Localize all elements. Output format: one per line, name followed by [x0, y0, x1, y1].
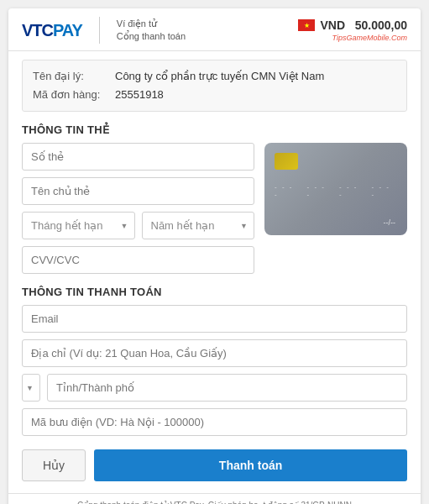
cvv-input[interactable]: [22, 246, 254, 274]
country-select-wrap: Vietnam VN Khác: [22, 374, 40, 402]
order-label: Mã đơn hàng:: [33, 86, 108, 104]
currency-amount: VND 50.000,00: [320, 18, 407, 32]
card-number-input[interactable]: [22, 143, 254, 171]
logo-vtc-text: VTCPAY: [22, 21, 82, 40]
agent-label: Tên đại lý:: [33, 67, 108, 86]
address-input[interactable]: [22, 339, 407, 367]
card-name-input[interactable]: [22, 177, 254, 205]
agent-row: Tên đại lý: Công ty cổ phần trực tuyến C…: [33, 67, 396, 86]
order-row: Mã đơn hàng: 25551918: [33, 86, 396, 104]
country-select[interactable]: Vietnam VN Khác: [22, 374, 40, 402]
order-info: Tên đại lý: Công ty cổ phần trực tuyến C…: [22, 60, 407, 112]
payment-section-title: THÔNG TIN THANH TOÁN: [22, 286, 407, 298]
payment-section: Vietnam VN Khác: [8, 305, 421, 436]
card-expiry-display: --/--: [384, 218, 396, 227]
expiry-row: Tháng hết hạn 01 02 03 04 05 06 07 08 09…: [22, 212, 254, 239]
month-select-wrap: Tháng hết hạn 01 02 03 04 05 06 07 08 09…: [22, 212, 135, 239]
logo-area: VTCPAY Ví điện tử Cổng thanh toán: [22, 17, 186, 44]
logo-divider: [99, 17, 100, 44]
logo-pay-text: PAY: [53, 21, 82, 39]
cancel-button[interactable]: Hủy: [22, 449, 86, 481]
watermark-text: TipsGameMobile.Com: [332, 34, 407, 42]
card-area: Tháng hết hạn 01 02 03 04 05 06 07 08 09…: [8, 143, 421, 274]
footer-text: Cổng thanh toán điện tử VTC Pay. Giấy ph…: [77, 501, 352, 504]
month-select[interactable]: Tháng hết hạn 01 02 03 04 05 06 07 08 09…: [22, 212, 135, 239]
card-form: Tháng hết hạn 01 02 03 04 05 06 07 08 09…: [22, 143, 254, 274]
header: VTCPAY Ví điện tử Cổng thanh toán VND 50…: [8, 8, 421, 51]
city-input[interactable]: [47, 374, 407, 402]
card-number-display: - - - - - - - - - - - - - - - -: [275, 183, 397, 198]
year-select[interactable]: Năm hết hạn 2024 2025 2026 2027 2028 202…: [142, 212, 255, 239]
vietnam-flag-icon: [298, 19, 315, 31]
header-right: VND 50.000,00 TipsGameMobile.Com: [298, 18, 407, 42]
pay-button[interactable]: Thanh toán: [94, 449, 407, 481]
country-city-row: Vietnam VN Khác: [22, 374, 407, 402]
email-input[interactable]: [22, 305, 407, 333]
order-value: 25551918: [115, 86, 164, 104]
year-select-wrap: Năm hết hạn 2024 2025 2026 2027 2028 202…: [142, 212, 255, 239]
card-visual: - - - - - - - - - - - - - - - - --/--: [264, 143, 407, 235]
button-row: Hủy Thanh toán: [8, 436, 421, 493]
card-chip-icon: [275, 153, 298, 170]
footer: Cổng thanh toán điện tử VTC Pay. Giấy ph…: [8, 493, 421, 504]
main-card: VTCPAY Ví điện tử Cổng thanh toán VND 50…: [8, 8, 421, 504]
amount-display: VND 50.000,00: [298, 18, 407, 32]
vtcpay-logo: VTCPAY: [22, 21, 82, 40]
postal-input[interactable]: [22, 408, 407, 436]
card-section-title: THÔNG TIN THẺ: [22, 123, 407, 136]
logo-tagline: Ví điện tử Cổng thanh toán: [117, 18, 186, 44]
payment-fields: Vietnam VN Khác: [22, 305, 407, 436]
agent-value: Công ty cổ phần trực tuyến CMN Việt Nam: [115, 67, 324, 86]
